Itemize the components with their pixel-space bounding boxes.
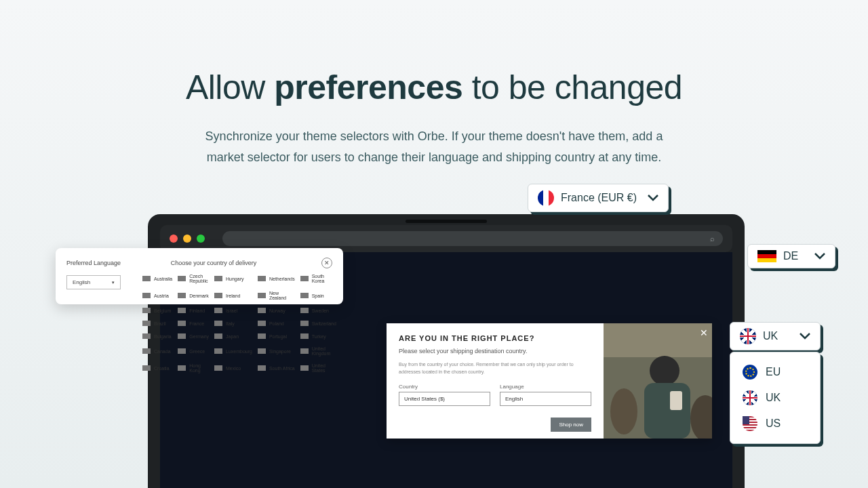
market-selector-uk[interactable]: UK xyxy=(730,322,821,350)
flag-icon xyxy=(214,365,222,371)
flag-icon xyxy=(214,308,222,313)
flag-icon xyxy=(142,333,151,339)
country-option[interactable]: Switzerland xyxy=(300,321,336,326)
country-select[interactable]: United States ($) xyxy=(399,392,490,406)
flag-icon xyxy=(300,276,309,281)
flag-icon xyxy=(178,276,186,281)
country-option[interactable]: Bulgaria xyxy=(142,333,172,339)
country-option[interactable]: Turkey xyxy=(300,333,336,339)
country-label: Mexico xyxy=(226,366,241,371)
chevron-down-icon xyxy=(800,330,810,342)
country-label: South Korea xyxy=(312,274,336,283)
window-close-icon[interactable] xyxy=(170,235,178,243)
market-selector-dropdown: EU UK US xyxy=(730,352,821,444)
country-option[interactable]: Belgium xyxy=(142,308,172,313)
country-option[interactable]: Sweden xyxy=(300,308,336,313)
country-option[interactable]: Japan xyxy=(214,333,252,339)
modal-title-center: Choose your country of delivery xyxy=(121,260,321,266)
flag-icon xyxy=(142,365,151,371)
country-label: Sweden xyxy=(312,308,329,313)
country-option[interactable]: Hungary xyxy=(214,274,252,283)
modal-heading: ARE YOU IN THE RIGHT PLACE? xyxy=(399,334,591,342)
chevron-down-icon xyxy=(814,250,825,262)
country-option[interactable]: Spain xyxy=(300,291,336,300)
country-option[interactable]: South Korea xyxy=(300,274,336,283)
language-select[interactable]: English xyxy=(500,392,591,406)
modal-image: ✕ xyxy=(604,323,712,439)
shop-now-button[interactable]: Shop now xyxy=(551,418,591,432)
window-maximize-icon[interactable] xyxy=(197,235,205,243)
country-option[interactable]: Singapore xyxy=(258,346,295,356)
country-option[interactable]: Italy xyxy=(214,321,252,326)
modal-title-left: Preferred Language xyxy=(66,260,121,266)
country-option[interactable]: Czech Republic xyxy=(178,274,209,283)
window-minimize-icon[interactable] xyxy=(183,235,191,243)
country-label: Japan xyxy=(226,334,239,339)
country-label: Austria xyxy=(154,293,169,298)
flag-icon xyxy=(258,293,266,298)
flag-icon xyxy=(214,321,222,326)
country-option[interactable]: Netherlands xyxy=(258,274,295,283)
country-option[interactable]: South Africa xyxy=(258,363,295,373)
country-option[interactable]: Australia xyxy=(142,274,172,283)
country-label: Denmark xyxy=(189,293,208,298)
country-option[interactable]: Canada xyxy=(142,346,172,356)
flag-icon xyxy=(142,276,151,281)
country-option[interactable]: Luxembourg xyxy=(214,346,252,356)
country-option[interactable]: Israel xyxy=(214,308,252,313)
country-option[interactable]: Germany xyxy=(178,333,209,339)
chevron-down-icon xyxy=(648,192,658,204)
country-label: Turkey xyxy=(312,334,326,339)
country-option[interactable]: Finland xyxy=(178,308,209,313)
flag-icon xyxy=(214,333,222,339)
title-post: to be changed xyxy=(462,68,682,106)
country-option[interactable]: Portugal xyxy=(258,333,295,339)
flag-icon xyxy=(214,293,222,298)
hero-title: Allow preferences to be changed xyxy=(0,68,868,107)
country-option[interactable]: Norway xyxy=(258,308,295,313)
country-label: Spain xyxy=(312,293,324,298)
country-option[interactable]: Brazil xyxy=(142,321,172,326)
close-icon[interactable]: ✕ xyxy=(700,327,708,338)
country-option[interactable]: United Kingdom xyxy=(300,346,336,356)
dropdown-option-uk[interactable]: UK xyxy=(740,385,810,411)
language-select[interactable]: English ▾ xyxy=(66,275,121,289)
country-label: Luxembourg xyxy=(226,349,252,354)
dropdown-option-eu[interactable]: EU xyxy=(740,359,810,385)
laptop-speaker xyxy=(406,220,487,223)
country-option[interactable]: Austria xyxy=(142,291,172,300)
country-option[interactable]: United States xyxy=(300,363,336,373)
country-option[interactable]: France xyxy=(178,321,209,326)
country-option[interactable]: Mexico xyxy=(214,363,252,373)
title-bold: preferences xyxy=(274,68,462,106)
country-label: Switzerland xyxy=(312,321,336,326)
market-selector-de[interactable]: DE xyxy=(747,244,835,268)
country-label: Canada xyxy=(154,349,171,354)
url-bar[interactable]: ⌕ xyxy=(222,231,723,246)
selector-label: France (EUR €) xyxy=(561,192,637,204)
option-label: EU xyxy=(766,366,781,378)
option-label: US xyxy=(766,418,781,430)
country-label: Finland xyxy=(189,308,205,313)
country-option[interactable]: Greece xyxy=(178,346,209,356)
country-label: Country xyxy=(399,384,490,390)
chevron-down-icon: ▾ xyxy=(112,280,115,285)
selector-label: DE xyxy=(783,250,798,262)
country-label: New Zealand xyxy=(269,291,295,300)
flag-icon xyxy=(178,308,186,313)
dropdown-option-us[interactable]: US xyxy=(740,411,810,436)
title-pre: Allow xyxy=(186,68,274,106)
country-option[interactable]: Croatia xyxy=(142,363,172,373)
country-option[interactable]: Denmark xyxy=(178,291,209,300)
country-label: Israel xyxy=(226,308,237,313)
close-icon[interactable]: ✕ xyxy=(321,258,332,268)
country-label: Ireland xyxy=(226,293,240,298)
flag-uk-icon xyxy=(740,328,756,344)
market-selector-france[interactable]: France (EUR €) xyxy=(528,184,669,212)
country-option[interactable]: Poland xyxy=(258,321,295,326)
country-option[interactable]: Hong Kong xyxy=(178,363,209,373)
country-label: South Africa xyxy=(269,366,295,371)
country-option[interactable]: New Zealand xyxy=(258,291,295,300)
svg-rect-4 xyxy=(670,391,682,410)
country-option[interactable]: Ireland xyxy=(214,291,252,300)
